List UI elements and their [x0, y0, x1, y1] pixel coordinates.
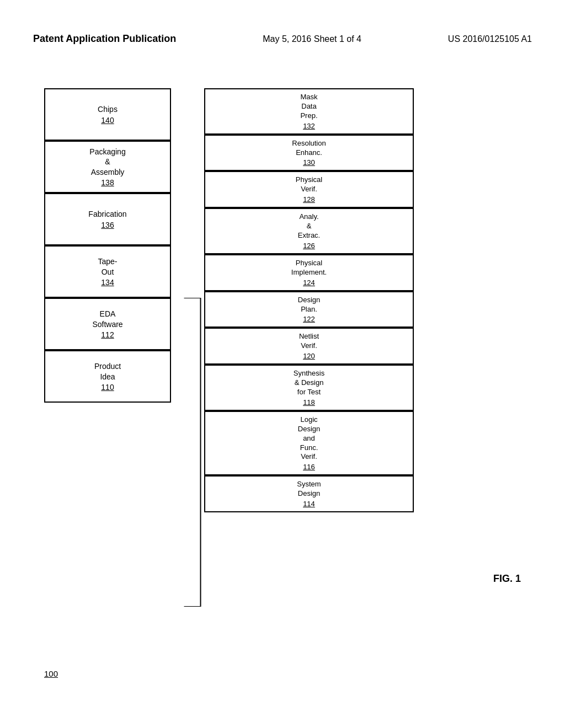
- left-box-label-138: Packaging & Assembly: [89, 147, 125, 177]
- right-box-label-130: Resolution Enhanc.: [292, 139, 326, 158]
- right-box-label-116: Logic Design and Func. Verif.: [298, 415, 320, 462]
- right-box-num-128: 128: [303, 195, 315, 204]
- right-box-label-122: Design Plan.: [298, 296, 320, 314]
- left-box-num-138: 138: [101, 178, 114, 187]
- left-box-140: Chips140: [44, 88, 171, 141]
- left-box-label-112: EDA Software: [92, 309, 122, 329]
- header: Patent Application Publication May 5, 20…: [0, 33, 565, 45]
- left-box-num-110: 110: [101, 383, 114, 392]
- left-box-112: EDA Software112: [44, 298, 171, 350]
- left-box-label-140: Chips: [98, 104, 118, 114]
- right-box-label-124: Physical Implement.: [291, 259, 327, 277]
- right-box-num-122: 122: [303, 315, 315, 323]
- left-box-label-134: Tape- Out: [98, 256, 117, 276]
- bracket-svg: [172, 298, 204, 607]
- left-box-num-140: 140: [101, 116, 114, 125]
- right-box-label-132: Mask Data Prep.: [300, 93, 317, 121]
- right-box-num-126: 126: [303, 242, 315, 250]
- right-box-num-124: 124: [303, 279, 315, 287]
- right-box-120: Netlist Verif.120: [204, 328, 414, 365]
- right-box-114: System Design114: [204, 475, 414, 512]
- figure-label: FIG. 1: [493, 573, 521, 585]
- right-box-128: Physical Verif.128: [204, 171, 414, 208]
- right-box-label-120: Netlist Verif.: [299, 332, 319, 351]
- right-box-num-132: 132: [303, 122, 315, 130]
- diagram: Chips140Packaging & Assembly138Fabricati…: [33, 77, 532, 695]
- right-box-num-116: 116: [303, 463, 315, 471]
- right-box-num-114: 114: [303, 500, 315, 508]
- right-box-122: Design Plan.122: [204, 291, 414, 328]
- header-patent-number: US 2016/0125105 A1: [448, 34, 532, 44]
- ref-100: 100: [44, 669, 58, 678]
- right-box-num-120: 120: [303, 352, 315, 360]
- left-box-134: Tape- Out134: [44, 245, 171, 298]
- right-box-label-118: Synthesis & Design for Test: [294, 369, 324, 397]
- right-box-118: Synthesis & Design for Test118: [204, 365, 414, 411]
- right-box-124: Physical Implement.124: [204, 254, 414, 291]
- header-publication-title: Patent Application Publication: [33, 33, 176, 45]
- right-column: Mask Data Prep.132Resolution Enhanc.130P…: [204, 88, 414, 512]
- left-box-num-134: 134: [101, 278, 114, 287]
- left-box-138: Packaging & Assembly138: [44, 141, 171, 193]
- right-box-130: Resolution Enhanc.130: [204, 135, 414, 172]
- right-box-132: Mask Data Prep.132: [204, 88, 414, 135]
- left-box-num-136: 136: [101, 221, 114, 229]
- right-box-num-118: 118: [303, 398, 315, 406]
- right-box-label-128: Physical Verif.: [296, 175, 322, 194]
- left-box-num-112: 112: [101, 330, 114, 339]
- left-box-label-136: Fabrication: [88, 209, 126, 219]
- right-box-116: Logic Design and Func. Verif.116: [204, 411, 414, 475]
- header-date-sheet: May 5, 2016 Sheet 1 of 4: [263, 34, 361, 44]
- right-box-num-130: 130: [303, 158, 315, 167]
- left-box-136: Fabrication136: [44, 193, 171, 245]
- right-box-label-114: System Design: [297, 480, 321, 499]
- left-column: Chips140Packaging & Assembly138Fabricati…: [44, 88, 171, 403]
- right-box-label-126: Analy. & Extrac.: [298, 212, 320, 240]
- left-box-110: Product Idea110: [44, 350, 171, 403]
- left-box-label-110: Product Idea: [94, 361, 121, 381]
- right-box-126: Analy. & Extrac.126: [204, 208, 414, 254]
